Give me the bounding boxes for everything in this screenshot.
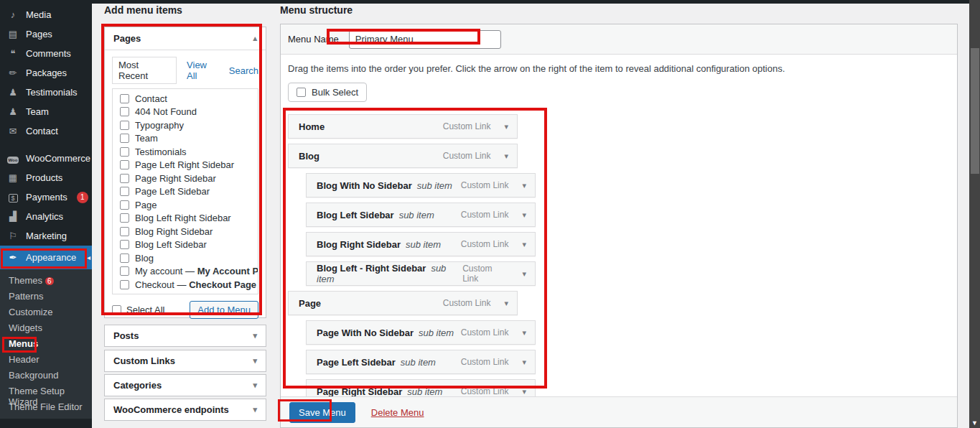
checkbox[interactable]	[120, 227, 129, 236]
posts-accordion[interactable]: Posts ▾	[104, 325, 266, 347]
page-scrollbar[interactable]: ▼	[969, 0, 980, 428]
submenu-item-theme-file-editor[interactable]: Theme File Editor	[0, 399, 92, 414]
chevron-down-icon[interactable]: ▾	[522, 181, 526, 190]
chevron-down-icon[interactable]: ▾	[522, 240, 526, 249]
submenu-item-themes[interactable]: Themes6	[0, 272, 92, 288]
sidebar-item-comments[interactable]: ❝ Comments	[0, 44, 92, 63]
sidebar-item-marketing[interactable]: ⚐ Marketing	[0, 226, 92, 246]
page-checkbox-row[interactable]: Page	[113, 198, 258, 212]
menu-item-row[interactable]: Blog Left - Right Sidebarsub item Custom…	[306, 261, 536, 286]
checkbox[interactable]	[120, 200, 129, 210]
page-item-label: 404 Not Found	[135, 106, 197, 117]
sidebar-item-team[interactable]: ♟ Team	[0, 102, 92, 121]
page-checkbox-row[interactable]: Blog Right Sidebar	[113, 225, 258, 238]
pages-accordion-panel: Pages ▴ Most Recent View All Search Cont…	[104, 27, 266, 318]
scrollbar-thumb[interactable]	[971, 48, 979, 174]
select-all-control[interactable]: Select All	[112, 304, 164, 315]
checkbox[interactable]	[120, 174, 129, 183]
chevron-down-icon[interactable]: ▾	[522, 358, 526, 367]
checkbox[interactable]	[120, 253, 129, 263]
menu-name-input[interactable]	[349, 30, 501, 49]
sidebar-item-packages[interactable]: ✏ Packages	[0, 63, 92, 83]
chevron-down-icon[interactable]: ▾	[504, 299, 508, 308]
submenu-item-background[interactable]: Background	[0, 367, 92, 383]
chevron-down-icon: ▾	[253, 405, 257, 414]
checkbox[interactable]	[120, 280, 129, 289]
menu-item-row[interactable]: Blog Custom Link▾	[288, 144, 518, 168]
page-checkbox-row[interactable]: Page Left Right Sidebar	[113, 159, 258, 172]
submenu-item-patterns[interactable]: Patterns	[0, 288, 92, 304]
page-item-label: Team	[135, 133, 158, 144]
sidebar-item-testimonials[interactable]: ♟ Testimonials	[0, 83, 92, 102]
page-item-label: Contact	[135, 93, 167, 104]
menu-item-title: Page Left Sidebarsub item	[317, 357, 436, 368]
sidebar-item-analytics[interactable]: ▟ Analytics	[0, 207, 92, 226]
chevron-down-icon[interactable]: ▾	[504, 152, 508, 161]
checkbox[interactable]	[120, 213, 129, 223]
pages-accordion-header[interactable]: Pages ▴	[105, 27, 266, 50]
bulk-select-checkbox[interactable]	[297, 88, 306, 97]
submenu-item-theme-setup-wizard[interactable]: Theme Setup Wizard	[0, 383, 92, 399]
checkbox[interactable]	[120, 160, 129, 169]
sidebar-item-media[interactable]: ♪ Media	[0, 5, 92, 24]
tab-search[interactable]: Search	[229, 65, 258, 76]
chevron-down-icon[interactable]: ▾	[522, 210, 526, 220]
page-checkbox-row[interactable]: Contact	[113, 92, 258, 106]
page-checkbox-row[interactable]: 404 Not Found	[113, 106, 258, 119]
sidebar-item-woocommerce[interactable]: Woo WooCommerce	[0, 149, 92, 168]
page-checkbox-row[interactable]: Team	[113, 132, 258, 146]
chevron-down-icon[interactable]: ▾	[504, 122, 508, 131]
checkbox[interactable]	[120, 94, 129, 103]
sidebar-item-appearance[interactable]: ✒ Appearance ◂	[0, 246, 92, 269]
page-checkbox-row[interactable]: Page Right Sidebar	[113, 172, 258, 185]
bulk-select-control[interactable]: Bulk Select	[288, 83, 367, 102]
add-to-menu-button[interactable]: Add to Menu	[190, 301, 258, 319]
chevron-down-icon[interactable]: ▾	[522, 387, 526, 396]
pages-tabs: Most Recent View All Search	[112, 57, 258, 84]
menu-item-row[interactable]: Blog Right Sidebarsub item Custom Link▾	[306, 232, 536, 256]
page-checkbox-row[interactable]: Testimonials	[113, 145, 258, 159]
page-item-label: Blog	[135, 253, 154, 264]
page-checkbox-row[interactable]: Blog Left Sidebar	[113, 238, 258, 252]
sidebar-item-pages[interactable]: ▤ Pages	[0, 24, 92, 44]
submenu-item-header[interactable]: Header	[0, 351, 92, 367]
select-all-checkbox[interactable]	[112, 305, 121, 315]
custom-links-accordion[interactable]: Custom Links ▾	[104, 350, 266, 372]
pages-checklist[interactable]: Contact 404 Not Found Typography Team Te…	[112, 88, 258, 294]
tab-most-recent[interactable]: Most Recent	[112, 57, 177, 84]
page-checkbox-row[interactable]: Page Left Sidebar	[113, 185, 258, 199]
chevron-down-icon[interactable]: ▾	[522, 328, 526, 338]
page-checkbox-row[interactable]: Blog	[113, 251, 258, 265]
menu-item-row[interactable]: Blog With No Sidebarsub item Custom Link…	[306, 173, 536, 197]
checkbox[interactable]	[120, 266, 129, 276]
menu-item-row[interactable]: Blog Left Sidebarsub item Custom Link▾	[306, 203, 536, 227]
checkbox[interactable]	[120, 107, 129, 116]
save-menu-button[interactable]: Save Menu	[289, 402, 355, 423]
checkbox[interactable]	[120, 147, 129, 157]
sidebar-item-products[interactable]: ▦ Products	[0, 168, 92, 187]
menu-item-row[interactable]: Page With No Sidebarsub item Custom Link…	[306, 320, 536, 345]
tab-view-all[interactable]: View All	[187, 60, 219, 81]
menu-item-row[interactable]: Page Custom Link▾	[288, 291, 518, 315]
scrollbar-down-arrow[interactable]: ▼	[969, 419, 980, 427]
menu-item-row[interactable]: Home Custom Link▾	[288, 114, 518, 139]
checkbox[interactable]	[120, 134, 129, 143]
woocommerce-endpoints-accordion[interactable]: WooCommerce endpoints ▾	[104, 399, 266, 421]
page-checkbox-row[interactable]: Blog Left Right Sidebar	[113, 212, 258, 225]
chevron-down-icon[interactable]: ▾	[522, 269, 526, 279]
submenu-item-widgets[interactable]: Widgets	[0, 320, 92, 335]
categories-accordion[interactable]: Categories ▾	[104, 374, 266, 396]
sidebar-item-payments[interactable]: $ Payments 1	[0, 187, 92, 207]
menu-item-row[interactable]: Page Left Sidebarsub item Custom Link▾	[306, 350, 536, 374]
appearance-icon: ✒	[6, 252, 19, 263]
page-checkbox-row[interactable]: Typography	[113, 118, 258, 132]
checkbox[interactable]	[120, 121, 129, 130]
page-checkbox-row[interactable]: Checkout — Checkout Page	[113, 278, 258, 292]
page-checkbox-row[interactable]: My account — My Account Page	[113, 265, 258, 279]
checkbox[interactable]	[120, 240, 129, 249]
checkbox[interactable]	[120, 187, 129, 196]
delete-menu-link[interactable]: Delete Menu	[371, 407, 424, 418]
submenu-item-menus[interactable]: Menus	[0, 335, 92, 351]
sidebar-item-contact[interactable]: ✉ Contact	[0, 121, 92, 141]
submenu-item-customize[interactable]: Customize	[0, 304, 92, 320]
